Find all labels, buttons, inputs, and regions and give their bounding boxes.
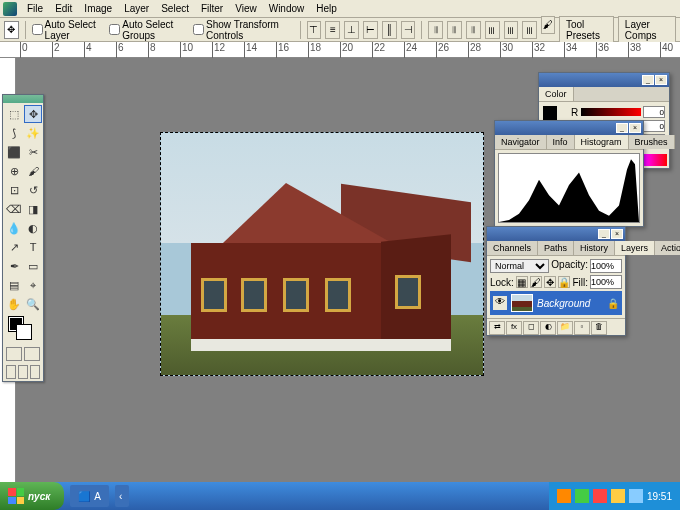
menu-view[interactable]: View bbox=[229, 1, 263, 16]
tray-icon[interactable] bbox=[575, 489, 589, 503]
tool-blur[interactable]: 💧 bbox=[5, 219, 23, 237]
move-tool-icon[interactable]: ✥ bbox=[4, 21, 19, 39]
delete-layer-icon[interactable]: 🗑 bbox=[591, 321, 607, 335]
tool-move[interactable]: ✥ bbox=[24, 105, 42, 123]
tray-icon[interactable] bbox=[557, 489, 571, 503]
tab-histogram[interactable]: Histogram bbox=[575, 135, 629, 149]
tool-dodge[interactable]: ◐ bbox=[24, 219, 42, 237]
lock-transparency-icon[interactable]: ▦ bbox=[516, 276, 528, 288]
start-button[interactable]: пуск bbox=[0, 482, 64, 510]
tool-heal[interactable]: ⊕ bbox=[5, 162, 23, 180]
tray-icon[interactable] bbox=[593, 489, 607, 503]
tool-marquee[interactable]: ⬚ bbox=[5, 105, 23, 123]
menu-help[interactable]: Help bbox=[310, 1, 343, 16]
distribute-vcenter-icon[interactable]: ⫴ bbox=[447, 21, 462, 39]
opacity-input[interactable] bbox=[590, 259, 622, 273]
tab-paths[interactable]: Paths bbox=[538, 241, 574, 255]
distribute-left-icon[interactable]: ⫼ bbox=[485, 21, 500, 39]
tool-presets-well[interactable]: Tool Presets bbox=[559, 16, 614, 44]
tab-channels[interactable]: Channels bbox=[487, 241, 538, 255]
tool-gradient[interactable]: ◨ bbox=[24, 200, 42, 218]
distribute-top-icon[interactable]: ⫴ bbox=[428, 21, 443, 39]
standard-mode-icon[interactable] bbox=[6, 347, 22, 361]
tray-icon[interactable] bbox=[611, 489, 625, 503]
g-input[interactable] bbox=[643, 120, 665, 132]
align-bottom-icon[interactable]: ⊥ bbox=[344, 21, 359, 39]
menu-edit[interactable]: Edit bbox=[49, 1, 78, 16]
tool-zoom[interactable]: 🔍 bbox=[24, 295, 42, 313]
auto-select-layer-checkbox[interactable]: Auto Select Layer bbox=[32, 19, 106, 41]
tool-type[interactable]: T bbox=[24, 238, 42, 256]
tab-info[interactable]: Info bbox=[547, 135, 575, 149]
tool-eyedropper[interactable]: ⌖ bbox=[24, 276, 42, 294]
distribute-hcenter-icon[interactable]: ⫼ bbox=[504, 21, 519, 39]
tool-pen[interactable]: ✒ bbox=[5, 257, 23, 275]
tool-lasso[interactable]: ⟆ bbox=[5, 124, 23, 142]
align-vcenter-icon[interactable]: ≡ bbox=[325, 21, 340, 39]
close-icon[interactable]: × bbox=[655, 75, 667, 85]
brush-well-icon[interactable]: 🖌 bbox=[541, 16, 555, 34]
tab-history[interactable]: History bbox=[574, 241, 615, 255]
tab-actions[interactable]: Actions bbox=[655, 241, 680, 255]
menu-layer[interactable]: Layer bbox=[118, 1, 155, 16]
menu-select[interactable]: Select bbox=[155, 1, 195, 16]
menu-image[interactable]: Image bbox=[78, 1, 118, 16]
menu-file[interactable]: File bbox=[21, 1, 49, 16]
align-top-icon[interactable]: ⊤ bbox=[307, 21, 322, 39]
fg-swatch[interactable] bbox=[543, 106, 557, 120]
tab-color[interactable]: Color bbox=[539, 87, 574, 101]
tab-layers[interactable]: Layers bbox=[615, 241, 655, 255]
lock-position-icon[interactable]: ✥ bbox=[544, 276, 556, 288]
layer-mask-icon[interactable]: ◻ bbox=[523, 321, 539, 335]
layer-comps-well[interactable]: Layer Comps bbox=[618, 16, 676, 44]
adjustment-layer-icon[interactable]: ◐ bbox=[540, 321, 556, 335]
tool-shape[interactable]: ▭ bbox=[24, 257, 42, 275]
panel-titlebar[interactable]: _ × bbox=[495, 121, 643, 135]
layer-row[interactable]: 👁 Background 🔒 bbox=[490, 291, 622, 315]
layer-thumbnail[interactable] bbox=[511, 294, 533, 312]
group-icon[interactable]: 📁 bbox=[557, 321, 573, 335]
new-layer-icon[interactable]: ▫ bbox=[574, 321, 590, 335]
tool-crop[interactable]: ⬛ bbox=[5, 143, 23, 161]
panel-titlebar[interactable]: _ × bbox=[487, 227, 625, 241]
distribute-bottom-icon[interactable]: ⫴ bbox=[466, 21, 481, 39]
tool-wand[interactable]: ✨ bbox=[24, 124, 42, 142]
visibility-icon[interactable]: 👁 bbox=[493, 296, 507, 310]
panel-titlebar[interactable]: _ × bbox=[539, 73, 669, 87]
align-right-icon[interactable]: ⊣ bbox=[401, 21, 416, 39]
palette-grip[interactable] bbox=[3, 95, 43, 103]
taskbar-item[interactable]: ‹ bbox=[115, 485, 129, 507]
taskbar-item[interactable]: 🟦 A bbox=[70, 485, 109, 507]
quickmask-mode-icon[interactable] bbox=[24, 347, 40, 361]
ruler-horizontal[interactable]: 0 2 4 6 8 10 12 14 16 18 20 22 24 26 28 … bbox=[0, 42, 680, 58]
r-input[interactable] bbox=[643, 106, 665, 118]
tool-stamp[interactable]: ⊡ bbox=[5, 181, 23, 199]
align-hcenter-icon[interactable]: ║ bbox=[382, 21, 397, 39]
link-layers-icon[interactable]: ⇄ bbox=[489, 321, 505, 335]
tool-history-brush[interactable]: ↺ bbox=[24, 181, 42, 199]
fill-input[interactable] bbox=[590, 275, 622, 289]
menu-window[interactable]: Window bbox=[263, 1, 311, 16]
minimize-icon[interactable]: _ bbox=[642, 75, 654, 85]
layer-style-icon[interactable]: fx bbox=[506, 321, 522, 335]
screen-full-menu-icon[interactable] bbox=[18, 365, 28, 379]
lock-all-icon[interactable]: 🔒 bbox=[558, 276, 570, 288]
close-icon[interactable]: × bbox=[629, 123, 641, 133]
screen-full-icon[interactable] bbox=[30, 365, 40, 379]
close-icon[interactable]: × bbox=[611, 229, 623, 239]
blend-mode-select[interactable]: Normal bbox=[490, 259, 549, 273]
tool-brush[interactable]: 🖌 bbox=[24, 162, 42, 180]
r-slider[interactable] bbox=[581, 108, 641, 116]
align-left-icon[interactable]: ⊢ bbox=[363, 21, 378, 39]
distribute-right-icon[interactable]: ⫼ bbox=[522, 21, 537, 39]
show-transform-checkbox[interactable]: Show Transform Controls bbox=[193, 19, 294, 41]
tool-notes[interactable]: ▤ bbox=[5, 276, 23, 294]
tool-eraser[interactable]: ⌫ bbox=[5, 200, 23, 218]
tab-brushes[interactable]: Brushes bbox=[629, 135, 675, 149]
lock-pixels-icon[interactable]: 🖌 bbox=[530, 276, 542, 288]
screen-standard-icon[interactable] bbox=[6, 365, 16, 379]
tool-hand[interactable]: ✋ bbox=[5, 295, 23, 313]
menu-filter[interactable]: Filter bbox=[195, 1, 229, 16]
minimize-icon[interactable]: _ bbox=[616, 123, 628, 133]
tray-icon[interactable] bbox=[629, 489, 643, 503]
